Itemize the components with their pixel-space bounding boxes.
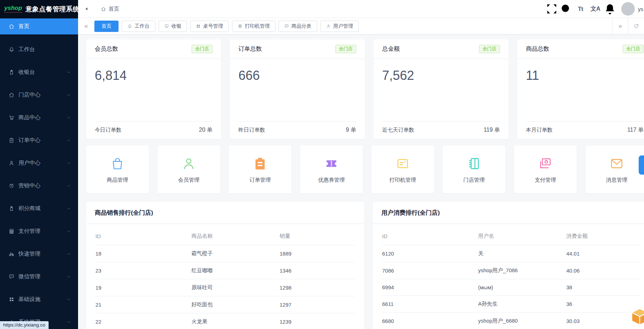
floating-side-panel-button[interactable] — [639, 155, 644, 175]
stat-footer-value: 119 单 — [484, 126, 500, 134]
user-avatar[interactable] — [621, 2, 635, 16]
app-title: 意象点餐管理系统 — [26, 5, 79, 13]
sidebar-item-label: 门店中心 — [18, 91, 66, 99]
tab-label: 工作台 — [135, 23, 150, 29]
stat-footer-label: 本月订单数 — [526, 127, 552, 133]
font-size-button[interactable]: Tt — [573, 0, 588, 18]
ticket-icon — [324, 156, 339, 171]
quick-link-members[interactable]: 会员管理 — [158, 146, 220, 193]
tab-home[interactable]: 首页 — [94, 21, 119, 32]
fullscreen-icon[interactable] — [545, 0, 559, 18]
stat-footer-value: 117 单 — [627, 126, 644, 134]
clipboard-filled-icon — [252, 156, 268, 171]
breadcrumb[interactable]: 首页 — [101, 6, 119, 12]
clock-icon — [9, 183, 15, 189]
yshop-logo: yshop — [4, 5, 22, 13]
table-cell: (мωм) — [478, 279, 566, 296]
main-area: 首页 Tt 文A ys « 首页工作台收银桌号管理打印机管理商品分类用户管理 »… — [78, 0, 644, 329]
table-cell: 40.06 — [566, 262, 642, 279]
clipboard-icon — [9, 137, 15, 143]
sidebar-item-label: 首页 — [18, 23, 71, 30]
stat-card-footer: 近七天订单数119 单 — [374, 122, 508, 139]
chevron-down-icon — [66, 93, 71, 97]
quick-link-payment[interactable]: 支付管理 — [514, 146, 577, 193]
quick-link-coupons[interactable]: 优惠券管理 — [300, 146, 363, 193]
content: 会员总数全门店6,814今日订单数20 单订单总数全门店666昨日订单数9 单总… — [78, 34, 644, 329]
tab-cashier[interactable]: 收银 — [159, 21, 187, 32]
table-cell: 原味吐司 — [191, 279, 280, 296]
quick-link-label: 消息管理 — [606, 177, 627, 183]
quick-link-label: 订单管理 — [249, 177, 271, 183]
tabs-scroll-right-button[interactable]: » — [612, 18, 628, 34]
tabbar: « 首页工作台收银桌号管理打印机管理商品分类用户管理 » — [78, 18, 644, 34]
table-row: 21好吃面包1297 — [95, 296, 355, 313]
sidebar-item-points-mall[interactable]: 积分商城 — [0, 197, 78, 220]
sidebar-item-label: 营销中心 — [18, 182, 66, 190]
chevron-down-icon — [66, 161, 71, 165]
stat-footer-label: 近七天订单数 — [382, 127, 414, 133]
table-cell: 1346 — [280, 262, 355, 279]
stat-card-footer: 本月订单数117 单 — [517, 122, 644, 139]
tab-workbench[interactable]: 工作台 — [122, 21, 155, 32]
sidebar-item-label: 快递管理 — [18, 250, 66, 258]
printer-icon — [238, 24, 243, 29]
sidebar-item-home[interactable]: 首页 — [0, 18, 78, 34]
quick-link-goods[interactable]: 商品管理 — [86, 146, 149, 193]
sidebar-item-label: 订单中心 — [18, 137, 66, 144]
refresh-button[interactable] — [628, 18, 644, 34]
stat-footer-label: 今日订单数 — [95, 127, 121, 133]
tab-label: 商品分类 — [292, 23, 312, 29]
ranking-tables-row: 商品销售排行(全门店)ID商品名称销量18霸气橙子188923红豆嘟嘟13461… — [86, 202, 644, 329]
sidebar-item-order-center[interactable]: 订单中心 — [0, 129, 78, 152]
home-icon — [9, 23, 15, 29]
tab-printers[interactable]: 打印机管理 — [232, 21, 276, 32]
chevron-down-icon — [66, 183, 71, 188]
ranking-table: ID商品名称销量18霸气橙子188923红豆嘟嘟134619原味吐司129821… — [95, 227, 355, 329]
floating-widget-button[interactable] — [629, 306, 644, 328]
notifications-bell-icon[interactable] — [603, 0, 617, 18]
tab-tables[interactable]: 桌号管理 — [190, 21, 229, 32]
sidebar-item-payment[interactable]: 支付管理 — [0, 220, 78, 242]
table-cell: yshop用户_6680 — [478, 313, 566, 329]
sidebar-item-express[interactable]: 快递管理 — [0, 242, 78, 265]
quick-link-stores[interactable]: 门店管理 — [443, 146, 505, 193]
chevron-down-icon — [66, 274, 71, 279]
sidebar-item-store-center[interactable]: 门店中心 — [0, 83, 78, 106]
notebook-icon — [466, 156, 482, 171]
quick-link-printers[interactable]: 打印机管理 — [371, 146, 434, 193]
sidebar-item-cashier[interactable]: 收银台 — [0, 61, 78, 83]
translate-button[interactable]: 文A — [588, 0, 603, 18]
sidebar-item-infrastructure[interactable]: 基础设施 — [0, 288, 78, 311]
sidebar-item-user-center[interactable]: 用户中心 — [0, 152, 78, 174]
sidebar-item-wechat[interactable]: 微信管理 — [0, 265, 78, 288]
column-header: 消费金额 — [566, 227, 642, 245]
sidebar-item-label: 商品中心 — [18, 114, 66, 121]
table-cell: 44.01 — [566, 245, 642, 262]
quick-link-orders[interactable]: 订单管理 — [229, 146, 291, 193]
sidebar-item-marketing[interactable]: 营销中心 — [0, 174, 78, 197]
tag-icon — [9, 69, 15, 75]
tabs-scroll-left-button[interactable]: « — [78, 22, 94, 30]
topbar-actions: Tt 文A ys — [545, 0, 644, 18]
tab-category[interactable]: 商品分类 — [279, 21, 317, 32]
search-icon[interactable] — [559, 0, 573, 18]
stat-footer-value: 20 单 — [199, 126, 213, 134]
cards-icon — [538, 156, 553, 171]
quick-link-messages[interactable]: 消息管理 — [585, 146, 644, 193]
quick-link-label: 打印机管理 — [390, 177, 416, 183]
tab-users[interactable]: 用户管理 — [320, 21, 359, 32]
collapse-sidebar-icon[interactable] — [83, 0, 97, 18]
table-cell: 红豆嘟嘟 — [191, 262, 280, 279]
table-cell: 关 — [478, 245, 566, 262]
column-header: 用户名 — [478, 227, 566, 245]
home-icon — [101, 6, 106, 12]
sidebar-item-goods-center[interactable]: 商品中心 — [0, 106, 78, 129]
stat-card-title: 会员总数 — [95, 45, 118, 53]
sidebar-item-label: 支付管理 — [18, 227, 66, 235]
stat-cards-row: 会员总数全门店6,814今日订单数20 单订单总数全门店666昨日订单数9 单总… — [86, 39, 644, 139]
table-row: 19原味吐司1298 — [95, 279, 355, 296]
sidebar-item-workbench[interactable]: 工作台 — [0, 38, 78, 61]
stat-card-title: 商品总数 — [526, 45, 549, 53]
column-header: ID — [95, 227, 191, 245]
column-header: ID — [382, 227, 478, 245]
